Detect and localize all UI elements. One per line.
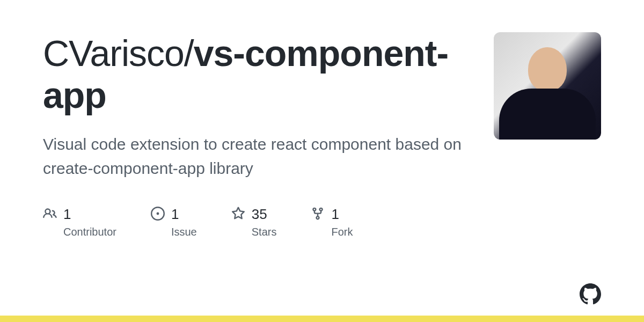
avatar[interactable] <box>494 32 601 140</box>
stat-contributors[interactable]: 1 Contributor <box>43 206 116 238</box>
stat-value: 1 <box>331 206 339 223</box>
stat-issues[interactable]: 1 Issue <box>151 206 197 238</box>
fork-icon <box>311 207 325 223</box>
repo-stats: 1 Contributor 1 Issue 35 <box>43 206 472 238</box>
stat-label: Issue <box>151 226 197 238</box>
stat-forks[interactable]: 1 Fork <box>311 206 353 238</box>
repo-owner[interactable]: CVarisco <box>43 33 184 74</box>
issue-icon <box>151 207 165 223</box>
people-icon <box>43 207 57 223</box>
stat-label: Contributor <box>43 226 116 238</box>
star-icon <box>231 207 245 223</box>
repo-title: CVarisco/vs-component-app <box>43 32 472 116</box>
stat-label: Stars <box>231 226 277 238</box>
stat-value: 35 <box>252 206 267 223</box>
stat-stars[interactable]: 35 Stars <box>231 206 277 238</box>
repo-description: Visual code extension to create react co… <box>43 132 462 180</box>
stat-label: Fork <box>311 226 353 238</box>
language-bar <box>0 316 644 322</box>
language-segment <box>0 316 644 322</box>
stat-value: 1 <box>63 206 71 223</box>
repo-slash: / <box>184 33 194 74</box>
stat-value: 1 <box>171 206 179 223</box>
github-logo-icon[interactable] <box>580 283 601 305</box>
